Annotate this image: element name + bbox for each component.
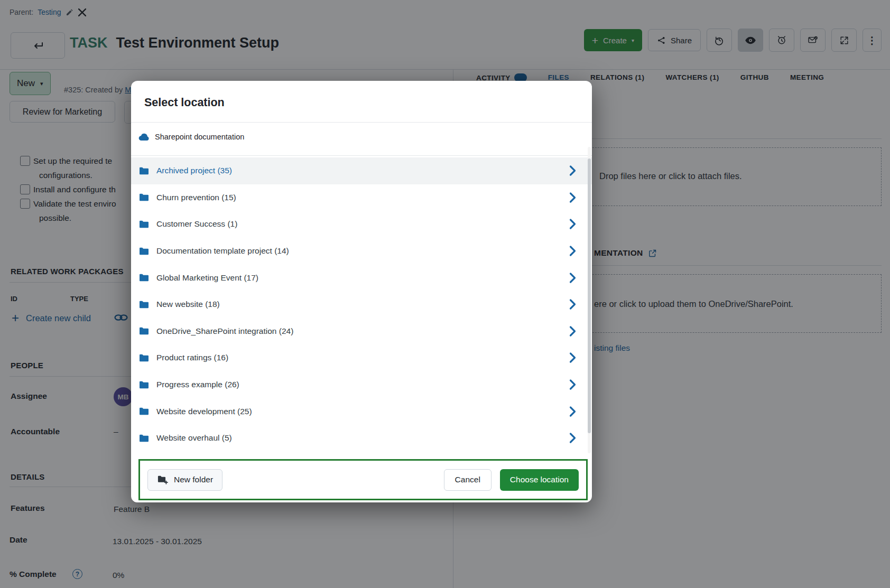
- folder-row[interactable]: Progress example (26): [131, 371, 592, 398]
- folder-row[interactable]: Churn prevention (15): [131, 184, 592, 211]
- folder-icon: [138, 166, 150, 175]
- chevron-right-icon[interactable]: [569, 352, 576, 363]
- chevron-right-icon[interactable]: [569, 165, 576, 176]
- modal-title: Select location: [144, 96, 225, 109]
- folder-label: Website development (25): [156, 407, 252, 416]
- folder-label: Archived project (35): [156, 166, 232, 175]
- new-folder-button[interactable]: New folder: [147, 469, 222, 491]
- folder-icon: [138, 380, 150, 389]
- folder-row[interactable]: New website (18): [131, 291, 592, 318]
- modal-scrollbar-thumb[interactable]: [588, 158, 591, 433]
- folder-list: Archived project (35)Churn prevention (1…: [131, 157, 592, 452]
- chevron-right-icon[interactable]: [569, 325, 576, 337]
- cloud-icon: [138, 133, 150, 141]
- modal-footer: New folder Cancel Choose location: [138, 459, 588, 500]
- folder-row[interactable]: Documentation template project (14): [131, 238, 592, 265]
- new-folder-label: New folder: [174, 475, 213, 484]
- chevron-right-icon[interactable]: [569, 406, 576, 417]
- folder-label: Churn prevention (15): [156, 193, 236, 202]
- folder-label: Global Marketing Event (17): [156, 273, 258, 283]
- app-screen: Parent: Testing TASKTest Environment Set…: [0, 0, 890, 588]
- folder-icon: [138, 407, 150, 416]
- choose-location-button[interactable]: Choose location: [500, 469, 579, 491]
- folder-row[interactable]: Website development (25): [131, 398, 592, 425]
- folder-row[interactable]: Product ratings (16): [131, 344, 592, 371]
- folder-icon: [138, 353, 150, 362]
- folder-row[interactable]: Customer Success (1): [131, 211, 592, 238]
- folder-icon: [138, 434, 150, 443]
- folder-icon: [138, 220, 150, 229]
- modal-header-divider: [131, 122, 592, 123]
- select-location-modal: Select location Sharepoint documentation…: [131, 81, 592, 502]
- folder-label: Documentation template project (14): [156, 246, 289, 256]
- folder-icon: [138, 193, 150, 202]
- folder-label: Progress example (26): [156, 380, 239, 389]
- folder-icon: [138, 273, 150, 282]
- chevron-right-icon[interactable]: [569, 192, 576, 203]
- folder-row[interactable]: Website overhaul (5): [131, 425, 592, 452]
- folder-label: Customer Success (1): [156, 219, 237, 229]
- choose-location-label: Choose location: [510, 475, 569, 484]
- chevron-right-icon[interactable]: [569, 433, 576, 444]
- chevron-right-icon[interactable]: [569, 379, 576, 390]
- cancel-button[interactable]: Cancel: [444, 469, 492, 491]
- cancel-label: Cancel: [455, 475, 480, 484]
- folder-plus-icon: [157, 475, 168, 484]
- storage-root-label: Sharepoint documentation: [155, 133, 244, 141]
- folder-row[interactable]: Global Marketing Event (17): [131, 264, 592, 291]
- modal-list-divider: [131, 155, 592, 156]
- folder-icon: [138, 326, 150, 335]
- storage-root-item[interactable]: Sharepoint documentation: [138, 126, 244, 147]
- chevron-right-icon[interactable]: [569, 219, 576, 230]
- chevron-right-icon[interactable]: [569, 272, 576, 283]
- folder-label: Product ratings (16): [156, 353, 228, 362]
- folder-row[interactable]: OneDrive_SharePoint integration (24): [131, 318, 592, 345]
- folder-label: OneDrive_SharePoint integration (24): [156, 326, 293, 336]
- folder-row[interactable]: Archived project (35): [131, 157, 592, 184]
- chevron-right-icon[interactable]: [569, 299, 576, 310]
- folder-icon: [138, 247, 150, 256]
- folder-label: New website (18): [156, 300, 220, 309]
- chevron-right-icon[interactable]: [569, 246, 576, 257]
- folder-icon: [138, 300, 150, 309]
- folder-label: Website overhaul (5): [156, 433, 232, 443]
